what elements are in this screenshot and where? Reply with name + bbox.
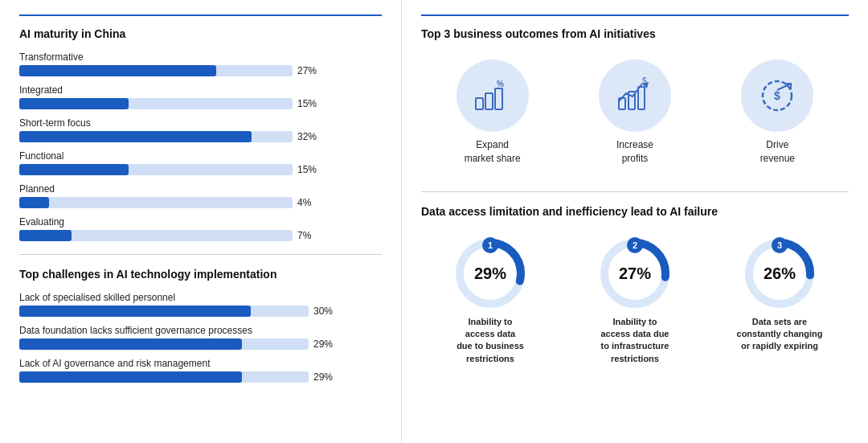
donut-pct: 26%: [764, 264, 796, 282]
bar-pct: 27%: [297, 65, 317, 76]
challenge-bar-row: 29%: [19, 338, 382, 350]
challenge-bar-fill: [19, 371, 242, 383]
outcome-circle: $: [741, 59, 813, 132]
bar-item: Planned 4%: [19, 183, 382, 208]
challenge-bar-fill: [19, 306, 251, 317]
failure-label: Data sets areconstantly changingor rapid…: [737, 316, 823, 353]
donut-pct: 27%: [619, 264, 651, 282]
challenge-bars: Lack of specialised skilled personnel 30…: [19, 292, 382, 383]
failure-title: Data access limitation and inefficiency …: [421, 205, 849, 218]
outcomes-title: Top 3 business outcomes from AI initiati…: [421, 27, 849, 40]
challenge-bar-pct: 30%: [313, 306, 333, 317]
failure-label: Inability toaccess data dueto infrastruc…: [601, 316, 669, 366]
svg-text:%: %: [497, 80, 504, 88]
top-divider-right: [421, 14, 849, 16]
bar-pct: 4%: [297, 197, 311, 208]
bar-row: 4%: [19, 197, 382, 208]
bar-pct: 15%: [297, 164, 317, 175]
bar-track: [19, 65, 293, 76]
left-panel: AI maturity in China Transformative 27% …: [0, 0, 402, 443]
challenge-bar-row: 30%: [19, 306, 382, 317]
challenge-bar-item: Lack of specialised skilled personnel 30…: [19, 292, 382, 317]
donut-container: 3 26%: [743, 237, 816, 310]
bar-label: Planned: [19, 183, 382, 195]
svg-text:$: $: [774, 89, 780, 102]
challenge-bar-row: 29%: [19, 371, 382, 383]
bar-pct: 32%: [297, 131, 317, 142]
challenge-bar-track: [19, 371, 309, 383]
svg-text:$: $: [642, 76, 647, 85]
bar-row: 27%: [19, 65, 382, 76]
challenge-bar-label: Data foundation lacks sufficient governa…: [19, 325, 382, 336]
bar-track: [19, 197, 293, 208]
bar-label: Evaluating: [19, 216, 382, 228]
donut-container: 1 29%: [454, 237, 526, 310]
bar-item: Integrated 15%: [19, 84, 382, 109]
section-divider: [19, 254, 382, 255]
challenge-bar-pct: 29%: [313, 338, 333, 350]
challenge-bar-track: [19, 306, 309, 317]
bar-fill: [19, 164, 129, 175]
donut-badge: 1: [482, 237, 498, 253]
maturity-bars: Transformative 27% Integrated 15% Short-…: [19, 51, 382, 241]
outcomes-row: % Expandmarket share $ Increaseprofits $…: [421, 51, 849, 178]
svg-rect-6: [638, 87, 645, 109]
challenge-bar-item: Lack of AI governance and risk managemen…: [19, 358, 382, 383]
donut-pct: 29%: [474, 264, 506, 282]
bar-row: 32%: [19, 131, 382, 142]
bar-item: Short-term focus 32%: [19, 117, 382, 142]
bar-pct: 15%: [297, 98, 317, 109]
failure-item: 2 27% Inability toaccess data dueto infr…: [579, 237, 691, 366]
bar-track: [19, 230, 293, 241]
challenges-title: Top challenges in AI technology implemen…: [19, 268, 382, 281]
donut-badge: 3: [772, 237, 788, 253]
bar-row: 15%: [19, 98, 382, 109]
outcome-item: $ Increaseprofits: [587, 59, 683, 166]
outcome-item: % Expandmarket share: [444, 59, 541, 166]
bar-fill: [19, 197, 49, 208]
bar-row: 15%: [19, 164, 382, 175]
outcome-circle: $: [599, 59, 671, 132]
svg-rect-1: [485, 93, 493, 109]
bar-item: Evaluating 7%: [19, 216, 382, 241]
donut-container: 2 27%: [599, 237, 671, 310]
outcome-label: Driverevenue: [760, 138, 795, 166]
failure-item: 1 29% Inability toaccess datadue to busi…: [434, 237, 547, 366]
bar-track: [19, 131, 293, 142]
outcome-label: Increaseprofits: [616, 138, 653, 166]
challenge-bar-pct: 29%: [313, 371, 333, 383]
bar-pct: 7%: [297, 230, 311, 241]
bar-label: Functional: [19, 150, 382, 162]
bar-item: Functional 15%: [19, 150, 382, 175]
maturity-title: AI maturity in China: [19, 27, 382, 40]
failure-divider: [421, 191, 849, 192]
challenge-bar-label: Lack of specialised skilled personnel: [19, 292, 382, 303]
bar-track: [19, 164, 293, 175]
bar-fill: [19, 65, 216, 76]
right-panel: Top 3 business outcomes from AI initiati…: [402, 0, 868, 443]
failure-row: 1 29% Inability toaccess datadue to busi…: [421, 229, 849, 374]
donut-badge: 2: [627, 237, 643, 253]
bar-label: Short-term focus: [19, 117, 382, 129]
bar-fill: [19, 131, 252, 142]
challenge-bar-track: [19, 338, 309, 350]
top-divider-left: [19, 14, 382, 16]
challenge-bar-fill: [19, 338, 242, 350]
bar-label: Integrated: [19, 84, 382, 96]
challenge-bar-label: Lack of AI governance and risk managemen…: [19, 358, 382, 369]
bar-fill: [19, 230, 72, 241]
bar-item: Transformative 27%: [19, 51, 382, 76]
bar-fill: [19, 98, 129, 109]
failure-item: 3 26% Data sets areconstantly changingor…: [723, 237, 836, 353]
failure-label: Inability toaccess datadue to businessre…: [457, 316, 524, 366]
svg-rect-2: [495, 88, 502, 109]
challenge-bar-item: Data foundation lacks sufficient governa…: [19, 325, 382, 350]
outcome-circle: %: [457, 59, 529, 132]
bar-row: 7%: [19, 230, 382, 241]
bar-track: [19, 98, 293, 109]
bar-label: Transformative: [19, 51, 382, 63]
outcome-label: Expandmarket share: [465, 138, 521, 166]
svg-rect-0: [476, 98, 483, 109]
outcome-item: $ Driverevenue: [729, 59, 825, 166]
